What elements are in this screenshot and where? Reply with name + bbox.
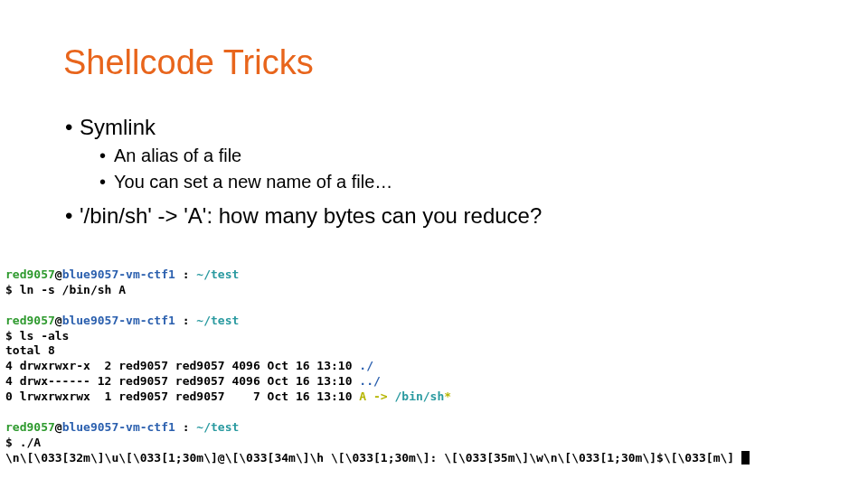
bullet-1-1: An alias of a file: [114, 144, 805, 168]
term-row3-link: A ->: [359, 389, 394, 403]
term-ps: $: [5, 436, 20, 449]
bullet-1-2: You can set a new name of a file…: [114, 170, 805, 194]
term-row2: 4 drwx------ 12 red9057 red9057 4096 Oct…: [5, 374, 359, 388]
term-raw-prompt: \n\[\033[32m\]\u\[\033[1;30m\]@\[\033[34…: [5, 451, 741, 465]
term-cwd: ~/test: [196, 314, 239, 327]
bullet-list: Symlink An alias of a file You can set a…: [63, 113, 805, 231]
term-row2-dir: ../: [359, 374, 380, 388]
term-ps: $: [5, 329, 20, 343]
term-row1-dir: ./: [359, 359, 373, 372]
term-cwd: ~/test: [196, 420, 239, 434]
term-user: red9057: [5, 267, 55, 281]
term-cmd1: ln -s /bin/sh A: [20, 283, 126, 296]
term-row1: 4 drwxrwxr-x 2 red9057 red9057 4096 Oct …: [5, 359, 359, 372]
term-at: @: [55, 314, 62, 327]
term-cwd: ~/test: [196, 267, 239, 281]
bullet-1: Symlink: [80, 113, 805, 142]
term-host: blue9057-vm-ctf1: [62, 267, 183, 281]
term-ps: $: [5, 283, 20, 296]
term-cmd2: ls -als: [20, 329, 70, 343]
term-host: blue9057-vm-ctf1: [62, 314, 183, 327]
term-at: @: [55, 420, 62, 434]
term-cmd3: ./A: [20, 436, 41, 449]
cursor-icon: [741, 451, 750, 465]
term-sep: :: [183, 420, 197, 434]
term-at: @: [55, 267, 62, 281]
terminal-output: red9057@blue9057-vm-ctf1 : ~/test $ ln -…: [0, 267, 868, 466]
bullet-2: '/bin/sh' -> 'A': how many bytes can you…: [80, 202, 805, 230]
term-row3-target: /bin/sh: [394, 389, 444, 403]
term-row3: 0 lrwxrwxrwx 1 red9057 red9057 7 Oct 16 …: [5, 389, 359, 403]
term-user: red9057: [5, 314, 55, 327]
term-sep: :: [183, 314, 197, 327]
term-row3-star: *: [444, 389, 451, 403]
term-total: total 8: [5, 343, 55, 357]
term-user: red9057: [5, 420, 55, 434]
term-sep: :: [183, 267, 197, 281]
term-host: blue9057-vm-ctf1: [62, 420, 183, 434]
page-title: Shellcode Tricks: [63, 43, 805, 82]
